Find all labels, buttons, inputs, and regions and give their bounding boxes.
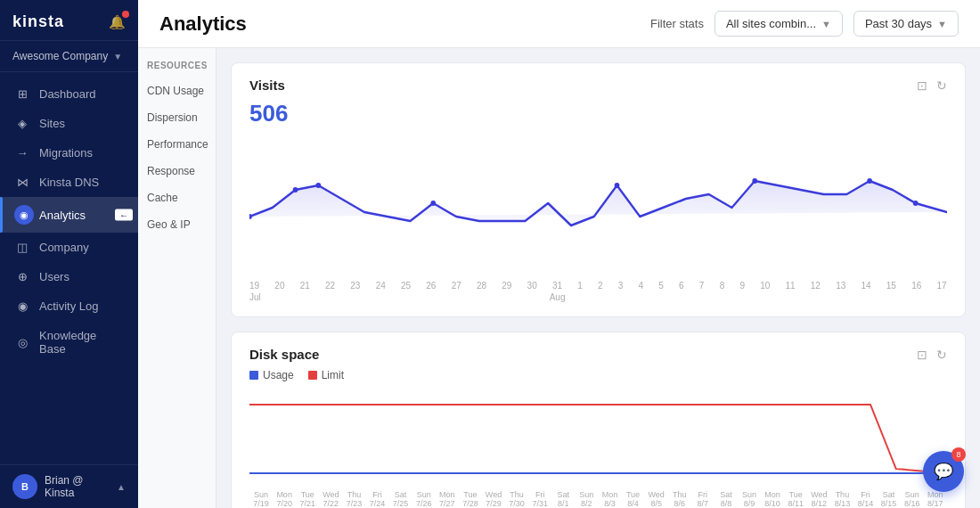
disk-xl-27: Fri8/14 <box>853 490 877 508</box>
disk-chart-title: Disk space <box>249 347 319 362</box>
disk-x-labels: Sun7/19 Mon7/20 Tue7/21 Wed7/22 Thu7/23 … <box>249 490 947 508</box>
sidebar-item-label: Sites <box>39 117 65 130</box>
page-title: Analytics <box>159 12 247 36</box>
visits-chart-header: Visits ⊡ ↻ <box>249 78 947 93</box>
users-icon: ⊕ <box>14 270 30 283</box>
notification-bell[interactable]: 🔔 <box>109 14 126 30</box>
activity-log-icon: ◉ <box>14 299 30 313</box>
sub-nav-response[interactable]: Response <box>138 158 216 184</box>
legend-limit-label: Limit <box>322 369 344 381</box>
site-filter-value: All sites combin... <box>726 17 816 30</box>
disk-xl-6: Fri7/24 <box>365 490 388 508</box>
disk-xl-14: Sat8/1 <box>551 490 575 508</box>
disk-xl-7: Sat7/25 <box>389 490 412 508</box>
sidebar-item-label: Migrations <box>39 146 93 160</box>
x-label-28: 28 <box>477 281 486 291</box>
sidebar-item-knowledge-base[interactable]: ◎ Knowledge Base <box>0 321 138 364</box>
disk-xl-28: Sat8/15 <box>878 490 901 508</box>
disk-xl-9: Mon7/27 <box>436 490 459 508</box>
company-name: Awesome Company <box>12 50 108 62</box>
sub-nav-performance[interactable]: Performance <box>138 131 216 158</box>
disk-xl-30: Mon8/17 <box>924 490 947 508</box>
legend-usage-label: Usage <box>263 369 294 381</box>
sidebar-item-label: Activity Log <box>39 299 98 313</box>
user-name: Brian @ Kinsta <box>45 474 110 499</box>
disk-legend: Usage Limit <box>249 369 947 381</box>
arrow-indicator: ← <box>115 209 133 221</box>
x-label-9: 9 <box>739 281 745 291</box>
dns-icon: ⋈ <box>14 176 30 189</box>
svg-point-1 <box>293 187 298 193</box>
x-label-3: 3 <box>618 281 624 291</box>
x-label-22: 22 <box>325 281 335 291</box>
sidebar-footer[interactable]: B Brian @ Kinsta ▲ <box>0 464 138 508</box>
chat-button[interactable]: 💬 8 <box>923 451 964 492</box>
disk-refresh-btn[interactable]: ↻ <box>936 348 947 362</box>
sub-nav: Resources CDN Usage Dispersion Performan… <box>138 48 216 508</box>
sidebar-item-label: Analytics <box>39 209 86 222</box>
company-selector[interactable]: Awesome Company ▼ <box>0 41 138 72</box>
company-chevron: ▼ <box>113 52 122 61</box>
company-icon: ◫ <box>14 241 30 254</box>
sidebar-item-dashboard[interactable]: ⊞ Dashboard <box>0 79 138 109</box>
sub-nav-geo-ip[interactable]: Geo & IP <box>138 211 216 238</box>
sidebar-item-migrations[interactable]: → Migrations <box>0 138 138 168</box>
disk-xl-1: Sun7/19 <box>249 490 273 508</box>
disk-xl-19: Thu8/6 <box>668 490 691 508</box>
visits-month-labels: Jul Aug <box>249 292 947 302</box>
disk-chart-header: Disk space ⊡ ↻ <box>249 347 947 362</box>
sidebar-item-label: Users <box>39 270 69 283</box>
disk-xl-13: Fri7/31 <box>528 490 551 508</box>
sidebar-item-sites[interactable]: ◈ Sites <box>0 109 138 138</box>
x-label-15: 15 <box>886 281 896 291</box>
sidebar-item-activity-log[interactable]: ◉ Activity Log <box>0 291 138 321</box>
visits-chart-svg <box>249 136 947 270</box>
sidebar-header: kinsta 🔔 <box>0 0 138 41</box>
sites-icon: ◈ <box>14 117 30 130</box>
sidebar-item-analytics[interactable]: ◉ Analytics ← <box>0 197 138 233</box>
top-bar: Analytics Filter stats All sites combin.… <box>138 0 980 48</box>
svg-point-7 <box>913 201 919 206</box>
sidebar-item-users[interactable]: ⊕ Users <box>0 262 138 291</box>
visits-refresh-btn[interactable]: ↻ <box>936 78 947 93</box>
visits-chart-card: Visits ⊡ ↻ 506 <box>231 62 966 317</box>
period-filter-chevron: ▼ <box>937 19 947 29</box>
x-label-17: 17 <box>936 281 946 291</box>
sidebar-item-kinsta-dns[interactable]: ⋈ Kinsta DNS <box>0 168 138 197</box>
disk-xl-17: Tue8/4 <box>622 490 645 508</box>
x-label-12: 12 <box>811 281 821 291</box>
disk-xl-5: Thu7/23 <box>342 490 365 508</box>
sub-nav-cdn-usage[interactable]: CDN Usage <box>138 78 216 104</box>
disk-chart-svg <box>249 389 947 487</box>
disk-xl-11: Wed7/29 <box>482 490 505 508</box>
sidebar-item-label: Knowledge Base <box>39 329 124 356</box>
disk-chart-actions: ⊡ ↻ <box>917 348 947 362</box>
x-label-27: 27 <box>452 281 461 291</box>
analytics-icon-circle: ◉ <box>14 205 34 225</box>
disk-xl-20: Fri8/7 <box>691 490 715 508</box>
period-filter[interactable]: Past 30 days ▼ <box>853 11 959 37</box>
x-label-23: 23 <box>350 281 360 291</box>
site-filter[interactable]: All sites combin... ▼ <box>715 11 843 37</box>
sidebar-item-company[interactable]: ◫ Company <box>0 233 138 262</box>
x-label-1: 1 <box>577 281 583 291</box>
disk-expand-btn[interactable]: ⊡ <box>917 348 927 362</box>
svg-point-5 <box>752 178 757 184</box>
visits-expand-btn[interactable]: ⊡ <box>917 78 927 93</box>
x-label-14: 14 <box>861 281 870 291</box>
visits-value: 506 <box>249 100 947 127</box>
x-label-21: 21 <box>300 281 310 291</box>
sidebar-item-label: Kinsta DNS <box>39 176 99 189</box>
visits-chart-title: Visits <box>249 78 285 93</box>
sub-nav-dispersion[interactable]: Dispersion <box>138 104 216 131</box>
disk-xl-18: Wed8/5 <box>645 490 668 508</box>
x-label-19: 19 <box>249 281 259 291</box>
notification-badge <box>122 11 129 18</box>
content-area: Resources CDN Usage Dispersion Performan… <box>138 48 980 508</box>
month-aug: Aug <box>550 292 566 302</box>
sub-nav-cache[interactable]: Cache <box>138 184 216 211</box>
disk-xl-22: Sun8/9 <box>738 490 761 508</box>
svg-point-3 <box>430 201 436 206</box>
x-label-16: 16 <box>911 281 921 291</box>
x-label-31: 31 <box>552 281 562 291</box>
